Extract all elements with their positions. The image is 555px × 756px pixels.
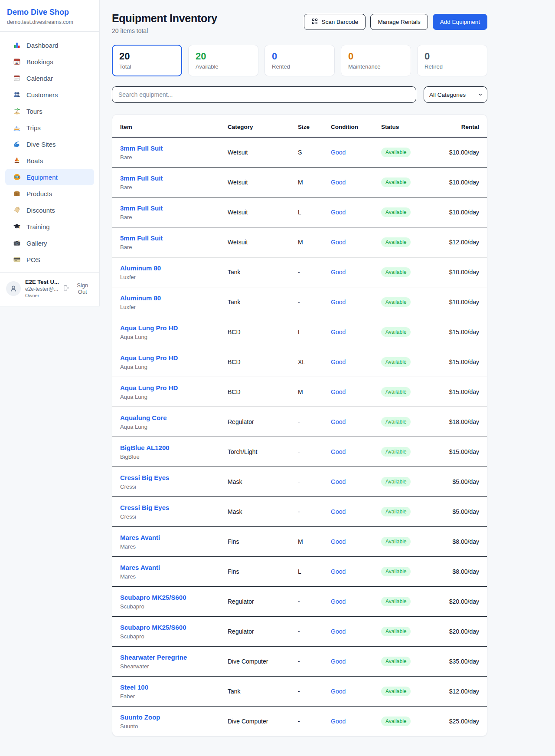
sidebar-item-training[interactable]: Training [5,218,94,235]
item-name-link[interactable]: Cressi Big Eyes [120,473,169,482]
item-name-link[interactable]: Mares Avanti [120,533,160,542]
item-size: - [298,478,331,485]
status-cell: Available [381,597,433,606]
item-condition-link[interactable]: Good [331,209,381,216]
item-rental-rate: $10.00/day [433,149,479,156]
sidebar-item-boats[interactable]: Boats [5,152,94,169]
table-row: Aqua Lung Pro HD Aqua Lung BCD L Good Av… [112,317,487,347]
sidebar-item-customers[interactable]: Customers [5,86,94,103]
item-name-link[interactable]: Mares Avanti [120,563,160,572]
item-condition-link[interactable]: Good [331,418,381,425]
item-name-link[interactable]: 5mm Full Suit [120,234,163,242]
item-condition-link[interactable]: Good [331,508,381,515]
table-row: Suunto Zoop Suunto Dive Computer - Good … [112,707,487,736]
status-cell: Available [381,657,433,666]
search-input[interactable] [112,86,416,103]
item-rental-rate: $5.00/day [433,508,479,515]
item-name-link[interactable]: BigBlue AL1200 [120,444,170,452]
item-name-link[interactable]: Aqualung Core [120,414,167,422]
item-name-link[interactable]: Scubapro MK25/S600 [120,593,186,602]
item-name-link[interactable]: Steel 100 [120,683,148,691]
sidebar-item-pos[interactable]: POS [5,251,94,268]
sidebar-item-bookings[interactable]: 17 Bookings [5,53,94,70]
column-header-size: Size [298,115,331,137]
camera-icon [13,239,21,247]
add-equipment-button[interactable]: Add Equipment [433,14,487,30]
item-category: Wetsuit [228,209,298,216]
user-email: e2e-tester@... [25,286,59,292]
status-badge: Available [381,657,411,666]
item-name-link[interactable]: 3mm Full Suit [120,204,163,212]
sidebar-item-gallery[interactable]: Gallery [5,235,94,251]
manage-rentals-button[interactable]: Manage Rentals [370,14,428,30]
status-badge: Available [381,207,411,217]
item-cell: Suunto Zoop Suunto [120,713,228,730]
item-condition-link[interactable]: Good [331,658,381,665]
item-name-link[interactable]: Aqua Lung Pro HD [120,354,178,362]
category-select[interactable]: All Categories [424,86,487,103]
item-condition-link[interactable]: Good [331,179,381,186]
item-condition-link[interactable]: Good [331,718,381,725]
item-condition-link[interactable]: Good [331,299,381,306]
item-condition-link[interactable]: Good [331,269,381,276]
sidebar-item-dive-sites[interactable]: Dive Sites [5,136,94,152]
status-badge: Available [381,237,411,247]
table-body: 3mm Full Suit Bare Wetsuit S Good Availa… [112,138,487,736]
user-panel: E2E Test U... e2e-tester@... Owner Sign … [0,273,99,306]
item-name-link[interactable]: 3mm Full Suit [120,174,163,182]
item-name-link[interactable]: Shearwater Peregrine [120,653,187,661]
item-condition-link[interactable]: Good [331,568,381,575]
stat-value: 20 [196,51,251,62]
item-brand: Bare [120,244,228,250]
item-rental-rate: $12.00/day [433,688,479,695]
item-name-link[interactable]: 3mm Full Suit [120,144,163,152]
status-badge: Available [381,387,411,397]
item-condition-link[interactable]: Good [331,538,381,545]
stat-card-total[interactable]: 20 Total [112,45,182,76]
sidebar-item-products[interactable]: Products [5,185,94,202]
item-condition-link[interactable]: Good [331,628,381,635]
sidebar-item-equipment[interactable]: Equipment [5,169,94,185]
item-condition-link[interactable]: Good [331,448,381,455]
status-badge: Available [381,627,411,636]
item-size: M [298,388,331,395]
stat-card-retired[interactable]: 0 Retired [417,45,487,76]
sidebar-item-dashboard[interactable]: Dashboard [5,37,94,53]
sign-out-button[interactable]: Sign Out [63,282,93,295]
avatar [6,281,21,296]
item-rental-rate: $8.00/day [433,538,479,545]
status-cell: Available [381,297,433,307]
scan-barcode-button[interactable]: Scan Barcode [304,14,366,30]
item-name-link[interactable]: Cressi Big Eyes [120,503,169,512]
item-condition-link[interactable]: Good [331,329,381,335]
sidebar-item-label: Gallery [26,240,47,247]
item-condition-link[interactable]: Good [331,688,381,695]
brand-name: Demo Dive Shop [7,8,92,17]
stat-card-rented[interactable]: 0 Rented [264,45,335,76]
item-condition-link[interactable]: Good [331,478,381,485]
sidebar-item-discounts[interactable]: Discounts [5,202,94,218]
item-condition-link[interactable]: Good [331,358,381,365]
table-row: 3mm Full Suit Bare Wetsuit S Good Availa… [112,138,487,168]
item-name-link[interactable]: Aqua Lung Pro HD [120,324,178,332]
item-name-link[interactable]: Aluminum 80 [120,264,161,272]
item-name-link[interactable]: Aluminum 80 [120,294,161,302]
brand-domain: demo.test.divestreams.com [7,19,92,25]
item-name-link[interactable]: Aqua Lung Pro HD [120,384,178,392]
item-condition-link[interactable]: Good [331,149,381,156]
sidebar-item-trips[interactable]: Trips [5,119,94,136]
item-name-link[interactable]: Scubapro MK25/S600 [120,623,186,631]
sidebar-item-calendar[interactable]: Calendar [5,70,94,86]
item-condition-link[interactable]: Good [331,388,381,395]
item-name-link[interactable]: Suunto Zoop [120,713,160,721]
status-badge: Available [381,357,411,367]
stat-label: Total [119,63,175,70]
stat-card-available[interactable]: 20 Available [188,45,258,76]
stat-card-maintenance[interactable]: 0 Maintenance [341,45,411,76]
sidebar-item-label: Dive Sites [26,141,56,148]
item-condition-link[interactable]: Good [331,239,381,246]
item-condition-link[interactable]: Good [331,598,381,605]
sidebar-item-tours[interactable]: Tours [5,103,94,119]
status-badge: Available [381,447,411,457]
table-row: BigBlue AL1200 BigBlue Torch/Light - Goo… [112,437,487,467]
